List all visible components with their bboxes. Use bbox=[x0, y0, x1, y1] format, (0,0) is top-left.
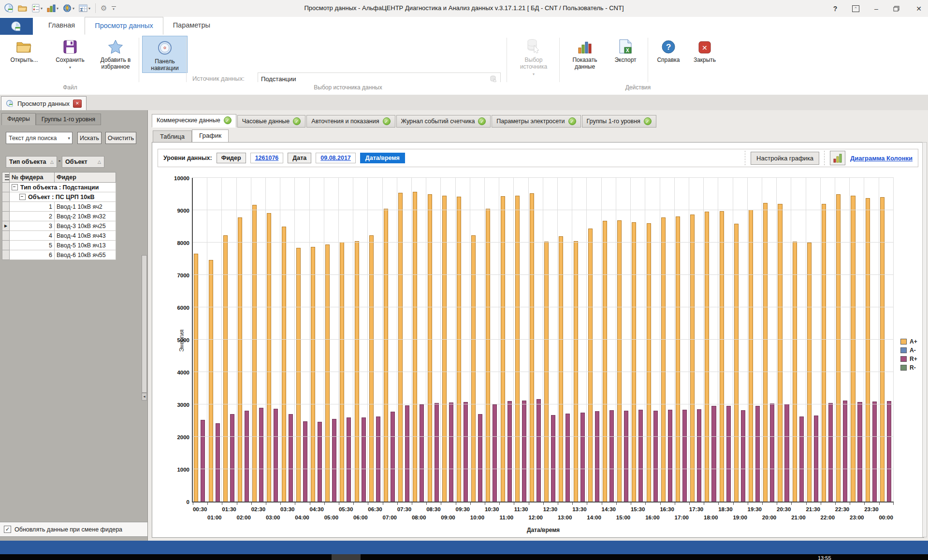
clear-button[interactable]: Очистить bbox=[105, 132, 136, 144]
ribbon-tab-parametry[interactable]: Параметры bbox=[163, 17, 220, 35]
bar-R+[interactable] bbox=[638, 410, 643, 502]
main-scrollbar[interactable] bbox=[922, 142, 927, 537]
bar-A+[interactable] bbox=[486, 209, 490, 502]
bar-A+[interactable] bbox=[822, 204, 826, 502]
bar-R+[interactable] bbox=[376, 416, 380, 502]
document-tab[interactable]: Просмотр данных ✕ bbox=[1, 96, 87, 110]
collapse-node-icon[interactable] bbox=[12, 184, 18, 190]
feeder-name-cell[interactable]: Ввод-6 10кВ яч55 bbox=[55, 250, 116, 260]
search-button[interactable]: Искать bbox=[77, 132, 102, 144]
show-data-button[interactable]: Показать данные bbox=[564, 37, 606, 70]
table-sum-icon[interactable]: Σ ▾ bbox=[78, 3, 91, 13]
bar-R+[interactable] bbox=[216, 423, 220, 502]
splitter-collapse-icon[interactable]: ◄ bbox=[142, 393, 147, 401]
tree-group-row[interactable]: Тип объекта : Подстанции bbox=[2, 183, 116, 192]
row-selector-cell[interactable] bbox=[2, 202, 10, 212]
bar-A+[interactable] bbox=[603, 221, 607, 502]
bar-R+[interactable] bbox=[449, 402, 453, 502]
help-button[interactable]: ? Справка bbox=[652, 37, 685, 63]
refresh-on-change-checkbox[interactable]: ✓ bbox=[4, 526, 11, 533]
bar-A+[interactable] bbox=[661, 217, 666, 502]
bar-R+[interactable] bbox=[332, 419, 336, 502]
bar-R+[interactable] bbox=[653, 411, 658, 502]
feeder-number-cell[interactable]: 5 bbox=[10, 241, 55, 250]
bar-A+[interactable] bbox=[778, 204, 782, 502]
feeder-name-cell[interactable]: Ввод-1 10кВ яч2 bbox=[55, 202, 116, 212]
bar-R+[interactable] bbox=[711, 406, 716, 502]
bar-A+[interactable] bbox=[282, 227, 286, 502]
bar-A+[interactable] bbox=[325, 244, 330, 502]
bar-R+[interactable] bbox=[566, 414, 570, 502]
chevron-down-icon[interactable]: ▾ bbox=[88, 6, 90, 11]
tab-commercial-data[interactable]: Коммерческие данные ✓ bbox=[152, 114, 236, 128]
bar-R+[interactable] bbox=[697, 409, 701, 502]
tab-auto-readings[interactable]: Авточтения и показания ✓ bbox=[306, 115, 395, 128]
bar-R+[interactable] bbox=[580, 413, 585, 502]
bar-A+[interactable] bbox=[442, 196, 447, 502]
database-select-icon[interactable] bbox=[490, 75, 497, 83]
bar-A+[interactable] bbox=[398, 193, 403, 502]
column-header-feeder-num[interactable]: № фидера bbox=[10, 172, 55, 183]
restore-icon[interactable] bbox=[893, 6, 902, 12]
checklist-report-icon[interactable]: ▾ bbox=[31, 3, 44, 14]
bar-R+[interactable] bbox=[784, 404, 789, 502]
bar-A+[interactable] bbox=[763, 203, 768, 502]
chevron-down-icon[interactable]: ▾ bbox=[68, 136, 70, 141]
feeder-level-button[interactable]: Фидер bbox=[217, 153, 246, 163]
bar-A+[interactable] bbox=[880, 197, 884, 502]
feeder-name-cell[interactable]: Ввод-2 10кВ яч32 bbox=[55, 212, 116, 221]
export-button[interactable]: X Экспорт bbox=[608, 37, 643, 63]
tab-level1-groups[interactable]: Группы 1-го уровня ✓ bbox=[582, 115, 656, 128]
bar-R+[interactable] bbox=[814, 416, 818, 502]
bar-R+[interactable] bbox=[478, 414, 482, 502]
bar-A+[interactable] bbox=[369, 235, 374, 502]
close-tab-icon[interactable]: ✕ bbox=[73, 100, 82, 108]
bar-R+[interactable] bbox=[405, 405, 409, 502]
bar-R+[interactable] bbox=[464, 402, 468, 502]
tree-row[interactable]: 1Ввод-1 10кВ яч2 bbox=[2, 202, 116, 212]
bar-A+[interactable] bbox=[617, 220, 622, 502]
bar-R+[interactable] bbox=[420, 404, 424, 502]
bar-A+[interactable] bbox=[851, 196, 855, 502]
bar-R+[interactable] bbox=[668, 410, 672, 502]
bar-R+[interactable] bbox=[799, 416, 804, 502]
ribbon-tab-prosmotr-dannyh[interactable]: Просмотр данных bbox=[85, 17, 163, 35]
select-source-button[interactable]: Выбор источника ▾ bbox=[511, 37, 556, 78]
settings-gear-icon[interactable]: ⚙ bbox=[100, 3, 108, 14]
date-value-link[interactable]: 09.08.2017 bbox=[316, 153, 356, 163]
bar-A+[interactable] bbox=[720, 211, 724, 502]
sort-asc-icon[interactable]: △ bbox=[98, 159, 101, 164]
chevron-down-icon[interactable]: ▾ bbox=[57, 6, 58, 11]
feeder-number-cell[interactable]: 4 bbox=[10, 231, 55, 241]
bar-R+[interactable] bbox=[289, 414, 293, 502]
feeder-name-cell[interactable]: Ввод-3 10кВ яч25 bbox=[55, 221, 116, 231]
customize-toolbar-icon[interactable]: ▾ bbox=[111, 5, 117, 11]
bar-R+[interactable] bbox=[493, 404, 497, 502]
bar-A+[interactable] bbox=[866, 198, 870, 502]
bar-A+[interactable] bbox=[471, 235, 476, 502]
bar-A+[interactable] bbox=[836, 194, 841, 502]
bar-R+[interactable] bbox=[887, 401, 891, 502]
bar-A+[interactable] bbox=[632, 222, 636, 502]
bar-A+[interactable] bbox=[311, 247, 315, 502]
add-favorites-button[interactable]: Добавить в избранное bbox=[95, 37, 136, 70]
close-view-button[interactable]: ✕ Закрыть bbox=[688, 37, 721, 63]
diagram-column-link[interactable]: Диаграмма Колонки bbox=[850, 155, 913, 162]
bar-R+[interactable] bbox=[522, 401, 526, 502]
row-selector-cell[interactable] bbox=[2, 212, 10, 221]
tab-meter-event-log[interactable]: Журнал событий счетчика ✓ bbox=[396, 115, 491, 128]
datetime-level-chip[interactable]: Дата/время bbox=[360, 153, 405, 163]
bar-R+[interactable] bbox=[391, 412, 395, 502]
bar-A+[interactable] bbox=[267, 213, 271, 502]
bar-R+[interactable] bbox=[230, 414, 234, 502]
sidebar-tab-groups[interactable]: Группы 1-го уровня bbox=[36, 114, 101, 125]
bar-A+[interactable] bbox=[705, 212, 709, 502]
app-menu-button[interactable] bbox=[0, 18, 33, 35]
bar-R+[interactable] bbox=[259, 408, 263, 502]
feeder-name-cell[interactable]: Ввод-4 10кВ яч43 bbox=[55, 231, 116, 241]
bar-R+[interactable] bbox=[872, 402, 877, 502]
map-globe-icon[interactable]: ▾ bbox=[62, 3, 75, 14]
bar-R+[interactable] bbox=[274, 409, 278, 502]
bar-R+[interactable] bbox=[551, 415, 555, 502]
bar-A+[interactable] bbox=[515, 196, 520, 502]
